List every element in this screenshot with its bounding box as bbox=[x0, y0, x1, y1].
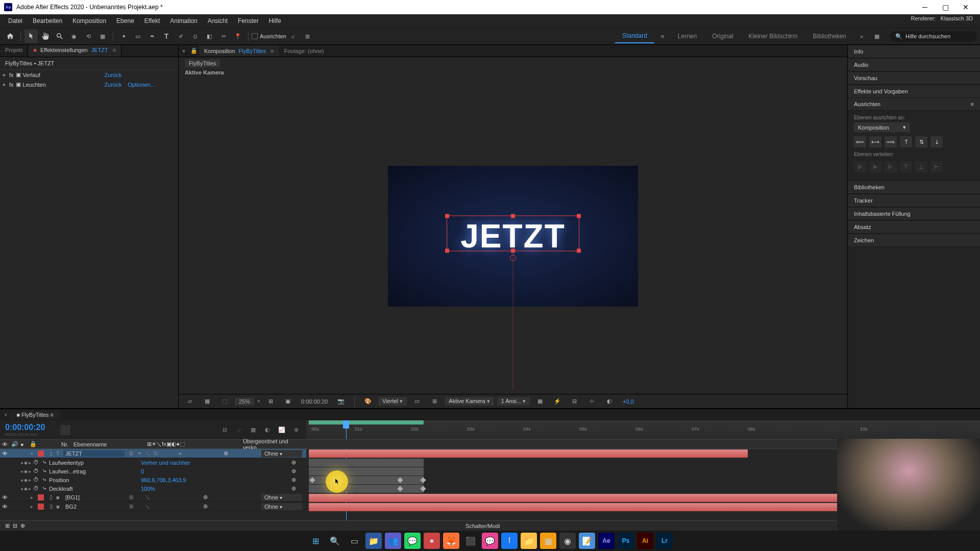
transparency-icon[interactable]: ▦ bbox=[201, 395, 214, 408]
motion-blur-icon[interactable]: ◐ bbox=[262, 425, 273, 435]
pixel-aspect-icon[interactable]: ▦ bbox=[533, 395, 547, 408]
menu-ebene[interactable]: Ebene bbox=[111, 15, 139, 27]
fx-reset-leuchten[interactable]: Zurück bbox=[105, 82, 122, 88]
stopwatch-icon[interactable]: ⏱ bbox=[33, 477, 40, 484]
tab-effekteinstellungen[interactable]: ■ Effekteinstellungen JETZT ≡ bbox=[28, 45, 121, 57]
region-icon[interactable]: ▭ bbox=[410, 395, 424, 408]
menu-bearbeiten[interactable]: Bearbeiten bbox=[28, 15, 67, 27]
menu-effekt[interactable]: Effekt bbox=[139, 15, 165, 27]
visibility-toggle[interactable]: 👁 bbox=[1, 494, 8, 501]
align-hcenter-icon[interactable]: ⟷ bbox=[869, 136, 881, 147]
puppet-tool[interactable]: 📍 bbox=[231, 30, 244, 43]
menu-datei[interactable]: Datei bbox=[3, 15, 28, 27]
panel-absatz[interactable]: Absatz bbox=[848, 220, 980, 234]
camera-icon[interactable]: 📷 bbox=[334, 395, 348, 408]
layer-name-3[interactable]: BG2 bbox=[63, 504, 125, 510]
panel-vorschau[interactable]: Vorschau bbox=[848, 71, 980, 85]
stopwatch-icon[interactable]: ⏱ bbox=[33, 485, 40, 492]
layer-row-1[interactable]: 👁 ▾ 1 T JETZT ⊞✶＼fx● ⊚ Ohne ▾ bbox=[0, 449, 306, 458]
align-vcenter-icon[interactable]: ⇅ bbox=[915, 136, 927, 147]
pen-tool[interactable]: ✒ bbox=[145, 30, 159, 43]
fx-reset-verlauf[interactable]: Zurück bbox=[105, 72, 122, 78]
prop-bar[interactable] bbox=[309, 459, 424, 467]
parent-dropdown-3[interactable]: Ohne ▾ bbox=[261, 503, 302, 510]
work-area-bar[interactable] bbox=[309, 420, 424, 424]
close-button[interactable]: ✕ bbox=[955, 0, 976, 14]
rotate-tool[interactable]: ⟲ bbox=[82, 30, 95, 43]
panel-bibliotheken[interactable]: Bibliotheken bbox=[848, 181, 980, 194]
snapshot-icon[interactable]: ▣ bbox=[281, 395, 295, 408]
parent-dropdown-1[interactable]: Ohne ▾ bbox=[261, 450, 302, 457]
align-bottom-icon[interactable]: ⤓ bbox=[930, 136, 943, 147]
align-left-icon[interactable]: ⟸ bbox=[854, 136, 866, 147]
camera-dropdown[interactable]: Aktive Kamera ▾ bbox=[445, 397, 494, 406]
home-icon[interactable] bbox=[4, 30, 17, 43]
obs-icon[interactable]: ◉ bbox=[559, 533, 576, 549]
anchor-point-icon[interactable] bbox=[510, 255, 516, 261]
stopwatch-icon[interactable]: ⏱ bbox=[33, 459, 40, 466]
taskbar-search-icon[interactable]: 🔍 bbox=[327, 533, 343, 549]
workspace-menu-icon[interactable]: ≡ bbox=[656, 30, 669, 43]
prop-laufweitentyp[interactable]: ◂◆▸ ⏱⤷ Laufweitentyp Vorher und nachher … bbox=[0, 458, 306, 467]
ai-taskbar-icon[interactable]: Ai bbox=[637, 533, 653, 549]
anchor-tool[interactable]: ✦ bbox=[117, 30, 130, 43]
viewer-time[interactable]: 0:00:00:20 bbox=[298, 397, 331, 406]
clone-tool[interactable]: ⎙ bbox=[188, 30, 202, 43]
timeline-tab[interactable]: ■ FlyByTitles ≡ bbox=[10, 410, 60, 419]
expand-arrow[interactable]: ▾ bbox=[31, 451, 36, 456]
workspace-lernen[interactable]: Lernen bbox=[671, 30, 704, 43]
zoom-tool[interactable] bbox=[53, 30, 66, 43]
workspace-overflow-icon[interactable]: » bbox=[855, 30, 868, 43]
snap-checkbox[interactable] bbox=[252, 33, 258, 39]
minimize-button[interactable]: ─ bbox=[915, 0, 935, 14]
selection-tool[interactable] bbox=[24, 30, 38, 43]
stopwatch-icon[interactable]: ⏱ bbox=[33, 468, 40, 475]
tab-footage[interactable]: Footage: (ohne) bbox=[279, 46, 329, 56]
prop-position[interactable]: ◂◆▸ ⏱⤷ Position 960,6,706,3,403,9 ⊚ bbox=[0, 475, 306, 484]
parent-dropdown-2[interactable]: Ohne ▾ bbox=[261, 494, 302, 501]
selection-box[interactable] bbox=[447, 215, 579, 251]
text-tool[interactable]: T bbox=[160, 30, 173, 43]
app-icon-dark[interactable]: ⬛ bbox=[462, 533, 479, 549]
grid-icon[interactable]: ⊞ bbox=[428, 395, 441, 408]
tab-komposition[interactable]: Komposition FlyByTitles ≡ bbox=[199, 46, 279, 56]
shape-tool[interactable]: ▭ bbox=[131, 30, 144, 43]
help-search[interactable]: 🔍 Hilfe durchsuchen bbox=[890, 31, 977, 42]
workspace-biblio[interactable]: Bibliotheken bbox=[806, 30, 853, 43]
visibility-toggle[interactable]: 👁 bbox=[1, 450, 8, 457]
app-icon-red[interactable]: ● bbox=[424, 533, 440, 549]
menu-ansicht[interactable]: Ansicht bbox=[203, 15, 233, 27]
align-target-dropdown[interactable]: Komposition▾ bbox=[854, 122, 910, 132]
timeline-search-icon[interactable] bbox=[60, 425, 70, 435]
teams-icon[interactable]: 👥 bbox=[385, 533, 401, 549]
render-queue-icon[interactable]: ⊕ bbox=[20, 522, 25, 529]
comp-lock-icon[interactable]: 🔒 bbox=[189, 44, 199, 58]
layer-bar-1[interactable] bbox=[309, 449, 748, 458]
explorer-icon[interactable]: 📁 bbox=[365, 533, 382, 549]
start-icon[interactable]: ⊞ bbox=[307, 533, 324, 549]
maximize-button[interactable]: ▢ bbox=[935, 0, 955, 14]
workspace-standard[interactable]: Standard bbox=[615, 29, 654, 43]
eraser-tool[interactable]: ◧ bbox=[203, 30, 216, 43]
camera-tool[interactable]: ▦ bbox=[96, 30, 109, 43]
panel-effekte[interactable]: Effekte und Vorgaben bbox=[848, 85, 980, 98]
folder-icon[interactable]: 📁 bbox=[521, 533, 537, 549]
panel-audio[interactable]: Audio bbox=[848, 58, 980, 71]
lr-taskbar-icon[interactable]: Lr bbox=[656, 533, 673, 549]
layer-name-1[interactable]: JETZT bbox=[63, 450, 125, 457]
menu-komposition[interactable]: Komposition bbox=[67, 15, 111, 27]
resolution-dropdown[interactable]: Viertel ▾ bbox=[378, 397, 407, 406]
brain-icon[interactable]: ⊕ bbox=[291, 425, 301, 435]
layer-bar-2[interactable] bbox=[309, 494, 860, 502]
snap-opt2-icon[interactable]: ⊞ bbox=[301, 30, 314, 43]
firefox-icon[interactable]: 🦊 bbox=[443, 533, 459, 549]
workspace-kleiner[interactable]: Kleiner Bildschirm bbox=[742, 30, 805, 43]
prop-deckkraft[interactable]: ◂◆▸ ⏱⤷ Deckkraft 100% ⊚ bbox=[0, 484, 306, 493]
layer-color-chip[interactable] bbox=[38, 450, 44, 457]
comp-breadcrumb[interactable]: FlyByTitles bbox=[185, 59, 220, 67]
messenger-icon[interactable]: 💬 bbox=[482, 533, 498, 549]
res-full-icon[interactable]: ⊞ bbox=[264, 395, 277, 408]
panel-zeichen[interactable]: Zeichen bbox=[848, 234, 980, 247]
workspace-grid-icon[interactable]: ▦ bbox=[870, 30, 884, 43]
workspace-original[interactable]: Original bbox=[705, 30, 740, 43]
